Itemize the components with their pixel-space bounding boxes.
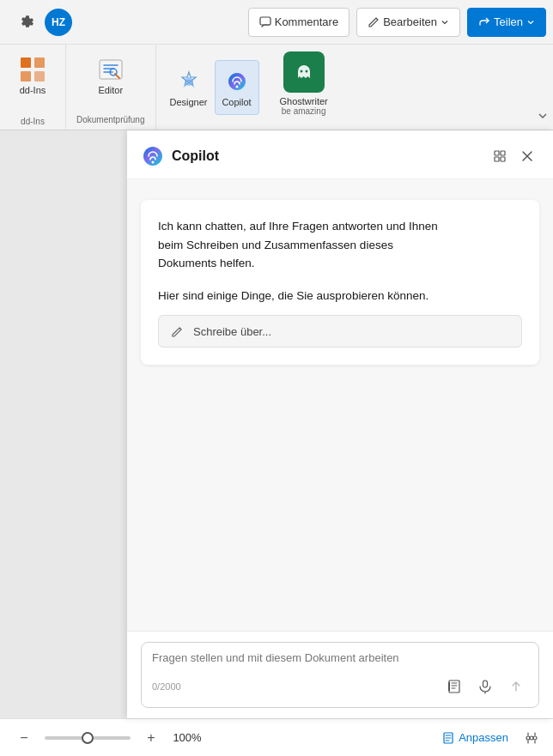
bearbeiten-chevron-icon	[441, 18, 449, 27]
ghostwriter-sublabel: be amazing	[282, 106, 326, 116]
teilen-label: Teilen	[494, 15, 523, 28]
ghostwriter-icon	[283, 51, 325, 93]
addins-group-items: dd-Ins	[10, 48, 55, 103]
teilen-chevron-icon	[526, 18, 535, 27]
copilot-input-wrapper: 0/2000	[141, 642, 539, 708]
svg-rect-16	[501, 157, 505, 161]
input-action-icons	[442, 674, 528, 699]
layout-btn[interactable]	[524, 730, 539, 746]
zoom-slider[interactable]	[45, 736, 131, 740]
dokumentpruefung-group-label: Dokumentprüfung	[76, 115, 145, 124]
svg-point-10	[300, 70, 302, 73]
svg-rect-2	[34, 57, 45, 68]
svg-rect-19	[483, 680, 488, 687]
notebook-icon	[447, 679, 462, 694]
addins-group-label: dd-Ins	[21, 117, 45, 126]
designer-button[interactable]: Designer	[167, 60, 211, 115]
svg-rect-1	[21, 57, 31, 68]
copilot-suggestion-intro: Hier sind einige Dinge, die Sie ausprobi…	[158, 287, 522, 305]
copilot-ribbon-label: Copilot	[222, 97, 251, 107]
svg-rect-13	[495, 151, 499, 155]
copilot-header: Copilot	[127, 130, 553, 179]
close-icon	[521, 150, 533, 162]
copilot-logo	[141, 144, 165, 168]
dokumentpruefung-items: Editor	[88, 48, 133, 103]
designer-copilot-items: Designer	[167, 60, 259, 115]
kommentare-button[interactable]: Kommentare	[248, 8, 349, 37]
svg-point-9	[235, 85, 238, 88]
svg-rect-4	[34, 71, 45, 82]
ribbon-expand-btn[interactable]	[532, 45, 553, 130]
addins-label: dd-Ins	[20, 85, 46, 95]
main-content: Copilot	[0, 130, 553, 718]
zoom-slider-thumb[interactable]	[82, 732, 94, 744]
msg-line1: Ich kann chatten, auf Ihre Fragen antwor…	[158, 220, 438, 233]
zoom-percent: 100%	[172, 731, 203, 744]
copilot-panel: Copilot	[127, 130, 553, 718]
ribbon: dd-Ins dd-Ins Editor Dokume	[0, 45, 553, 130]
anpassen-label: Anpassen	[459, 731, 508, 744]
teilen-button[interactable]: Teilen	[467, 8, 546, 37]
share-icon	[478, 16, 490, 28]
svg-rect-18	[448, 682, 450, 691]
editor-label: Editor	[98, 85, 123, 95]
copilot-body: Ich kann chatten, auf Ihre Fragen antwor…	[127, 179, 553, 631]
avatar-initials: HZ	[52, 16, 65, 28]
copilot-title: Copilot	[172, 148, 481, 164]
send-btn[interactable]	[504, 674, 528, 699]
copilot-message-card: Ich kann chatten, auf Ihre Fragen antwor…	[141, 200, 539, 365]
top-bar: HZ Kommentare Bearbeiten Teilen	[0, 0, 553, 45]
edit-icon	[368, 16, 380, 28]
copilot-message-text: Ich kann chatten, auf Ihre Fragen antwor…	[158, 217, 522, 273]
addins-button[interactable]: dd-Ins	[10, 48, 55, 103]
bottom-bar-right: Anpassen	[436, 728, 539, 748]
kommentare-label: Kommentare	[275, 15, 338, 28]
schreibe-suggestion-label: Schreibe über...	[193, 325, 271, 338]
svg-rect-15	[495, 157, 499, 161]
comment-icon	[259, 16, 271, 28]
char-count: 0/2000	[152, 681, 181, 692]
zoom-plus-btn[interactable]: +	[141, 728, 161, 748]
designer-icon	[175, 68, 203, 95]
bearbeiten-label: Bearbeiten	[383, 15, 437, 28]
svg-rect-17	[449, 680, 459, 692]
addins-group: dd-Ins dd-Ins	[0, 45, 66, 130]
copilot-ribbon-icon	[223, 68, 251, 95]
svg-point-24	[533, 736, 537, 740]
copilot-header-actions	[488, 144, 539, 168]
anpassen-btn[interactable]: Anpassen	[436, 728, 514, 748]
ghostwriter-section: Ghostwriter be amazing	[270, 45, 338, 130]
zoom-minus-btn[interactable]: −	[14, 728, 34, 748]
svg-point-12	[152, 161, 155, 164]
user-avatar-btn[interactable]: HZ	[45, 9, 72, 36]
designer-copilot-group: Designer	[156, 45, 270, 130]
pencil-suggestion-icon	[171, 324, 185, 338]
svg-point-11	[305, 70, 307, 73]
expand-icon	[493, 149, 507, 163]
copilot-input-field[interactable]	[152, 651, 528, 664]
settings-icon	[21, 15, 34, 29]
copilot-expand-btn[interactable]	[488, 144, 512, 168]
msg-line3: Dokuments helfen.	[158, 257, 255, 269]
settings-icon-btn[interactable]	[14, 9, 41, 36]
doc-area	[0, 130, 127, 718]
ribbon-expand-icon	[536, 109, 550, 123]
layout-icon	[524, 730, 539, 746]
microphone-icon	[477, 679, 493, 694]
microphone-icon-btn[interactable]	[473, 674, 497, 699]
editor-button[interactable]: Editor	[88, 48, 133, 103]
schreibe-suggestion-btn[interactable]: Schreibe über...	[158, 315, 522, 348]
copilot-input-area: 0/2000	[127, 631, 553, 718]
copilot-close-btn[interactable]	[515, 144, 539, 168]
send-icon	[508, 679, 524, 694]
addins-icon	[19, 56, 46, 83]
svg-rect-0	[260, 17, 270, 25]
notebook-icon-btn[interactable]	[442, 674, 466, 699]
fit-page-icon	[441, 731, 455, 745]
copilot-ribbon-button[interactable]: Copilot	[215, 60, 259, 115]
bottom-bar: − + 100% Anpassen	[0, 718, 553, 756]
designer-label: Designer	[169, 97, 207, 107]
bearbeiten-button[interactable]: Bearbeiten	[356, 8, 460, 37]
zoom-plus-label: +	[147, 730, 155, 746]
dokumentpruefung-group: Editor Dokumentprüfung	[66, 45, 156, 130]
